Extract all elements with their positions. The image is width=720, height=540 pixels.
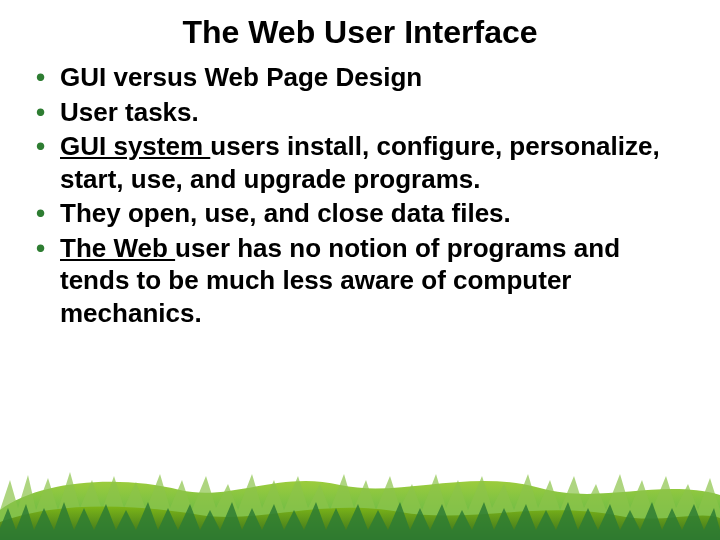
bullet-text: User tasks. [60, 97, 199, 127]
bullet-text-underline: GUI system [60, 131, 210, 161]
bullet-item: The Web user has no notion of programs a… [30, 232, 690, 330]
bullet-item: GUI system users install, configure, per… [30, 130, 690, 195]
slide-title: The Web User Interface [0, 0, 720, 57]
grass-icon [0, 450, 720, 540]
bullet-text-bold: no notion of programs [289, 233, 574, 263]
bullet-item: User tasks. [30, 96, 690, 129]
slide-content: GUI versus Web Page Design User tasks. G… [0, 57, 720, 329]
slide: The Web User Interface GUI versus Web Pa… [0, 0, 720, 540]
bullet-text-bold: less aware [282, 265, 421, 295]
bullet-text: GUI versus Web Page Design [60, 62, 422, 92]
bullet-text: They open, use, and close data files. [60, 198, 511, 228]
bullet-list: GUI versus Web Page Design User tasks. G… [30, 61, 690, 329]
bullet-text: user has [175, 233, 289, 263]
bullet-text-underline: The Web [60, 233, 175, 263]
bullet-item: GUI versus Web Page Design [30, 61, 690, 94]
bullet-item: They open, use, and close data files. [30, 197, 690, 230]
